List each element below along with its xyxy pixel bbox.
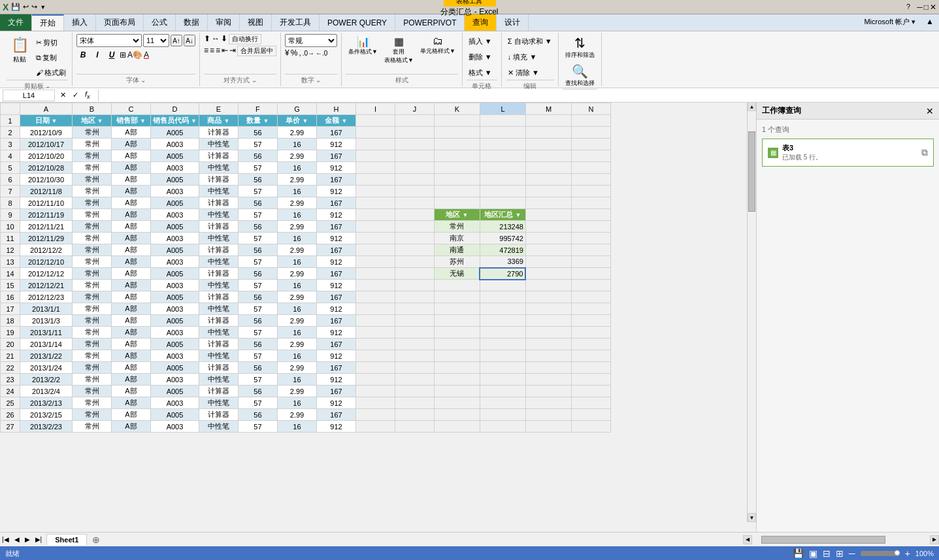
col-header-I[interactable]: I bbox=[355, 103, 395, 115]
maximize-btn[interactable]: □ bbox=[924, 3, 929, 12]
ribbon-collapse[interactable]: ▲ bbox=[921, 14, 939, 31]
query-copy-btn[interactable]: ⧉ bbox=[921, 147, 928, 158]
cell-B2[interactable]: 常州 bbox=[73, 127, 112, 139]
cell-F2[interactable]: 56 bbox=[238, 127, 277, 139]
sheet-hscroll-right[interactable]: ▶ bbox=[930, 535, 939, 544]
query-item[interactable]: ▦ 表3 已加载 5 行。 ⧉ bbox=[762, 139, 934, 167]
cell-A1[interactable]: 日期 ▼ bbox=[20, 115, 73, 127]
cell-G1[interactable]: 单价 ▼ bbox=[277, 115, 316, 127]
sheet-scroll-first[interactable]: |◀ bbox=[0, 536, 11, 543]
tab-review[interactable]: 审阅 bbox=[208, 14, 240, 31]
format-painter-btn[interactable]: 🖌格式刷 bbox=[34, 65, 68, 80]
font-family-select[interactable]: 宋体 bbox=[76, 34, 142, 47]
tab-pagelayout[interactable]: 页面布局 bbox=[96, 14, 144, 31]
align-right-btn[interactable]: ≡ bbox=[216, 46, 220, 56]
number-format-select[interactable]: 常规 bbox=[285, 34, 337, 47]
add-sheet-btn[interactable]: ⊕ bbox=[87, 533, 105, 546]
col-header-L[interactable]: L bbox=[480, 103, 525, 115]
tab-data[interactable]: 数据 bbox=[176, 14, 208, 31]
col-header-F[interactable]: F bbox=[238, 103, 277, 115]
sheet-tab-sheet1[interactable]: Sheet1 bbox=[46, 534, 87, 545]
quick-access-redo[interactable]: ↪ bbox=[31, 3, 37, 11]
conditional-format-btn[interactable]: 📊 条件格式▼ bbox=[346, 34, 380, 58]
cell-K1[interactable] bbox=[434, 115, 480, 127]
format-as-table-btn[interactable]: ▦ 套用表格格式▼ bbox=[382, 34, 416, 66]
font-size-select[interactable]: 11 bbox=[143, 34, 169, 47]
cell-D1[interactable]: 销售员代码 ▼ bbox=[151, 115, 199, 127]
col-header-H[interactable]: H bbox=[316, 103, 355, 115]
cell-C2[interactable]: A部 bbox=[112, 127, 151, 139]
quick-access-more[interactable]: ▼ bbox=[40, 4, 46, 10]
summary-region-1[interactable]: 常州 bbox=[434, 221, 480, 233]
name-box[interactable] bbox=[3, 90, 55, 101]
sheet-hscroll-track[interactable] bbox=[752, 535, 930, 544]
cell-J1[interactable] bbox=[395, 115, 434, 127]
col-header-M[interactable]: M bbox=[525, 103, 571, 115]
quick-access-save[interactable]: 💾 bbox=[11, 3, 20, 11]
cell-E1[interactable]: 商品 ▼ bbox=[199, 115, 238, 127]
col-header-E[interactable]: E bbox=[199, 103, 238, 115]
col-header-A[interactable]: A bbox=[20, 103, 73, 115]
zoom-in-btn[interactable]: + bbox=[905, 548, 910, 559]
tab-home[interactable]: 开始 bbox=[32, 14, 64, 31]
tab-formula[interactable]: 公式 bbox=[144, 14, 176, 31]
align-left-btn[interactable]: ≡ bbox=[204, 46, 208, 56]
summary-total-2[interactable]: 995742 bbox=[480, 233, 525, 244]
sheet-hscroll-thumb[interactable] bbox=[761, 536, 885, 544]
delete-btn[interactable]: 删除 ▼ bbox=[467, 50, 494, 64]
align-bottom-btn[interactable]: ⬇ bbox=[221, 34, 227, 44]
fill-color-btn[interactable]: A🎨 bbox=[127, 50, 142, 59]
vscroll-track[interactable] bbox=[748, 111, 756, 513]
col-header-J[interactable]: J bbox=[395, 103, 434, 115]
col-header-D[interactable]: D bbox=[151, 103, 199, 115]
decrease-decimal-btn[interactable]: ←.0 bbox=[316, 50, 327, 57]
align-top-btn[interactable]: ⬆ bbox=[204, 34, 210, 44]
cell-A2[interactable]: 2012/10/9 bbox=[20, 127, 73, 139]
close-btn[interactable]: ✕ bbox=[930, 3, 936, 12]
summary-total-3[interactable]: 472819 bbox=[480, 244, 525, 256]
format-btn[interactable]: 格式 ▼ bbox=[467, 65, 494, 80]
percent-btn[interactable]: % bbox=[291, 48, 298, 58]
zoom-out-btn[interactable]: ─ bbox=[849, 548, 855, 559]
increase-indent-btn[interactable]: ⇥ bbox=[229, 46, 236, 56]
summary-region-5[interactable]: 无锡 bbox=[434, 268, 480, 280]
tab-devtools[interactable]: 开发工具 bbox=[272, 14, 320, 31]
side-panel-close-btn[interactable]: ✕ bbox=[926, 106, 934, 116]
cell-H2[interactable]: 167 bbox=[316, 127, 355, 139]
vscroll-down-btn[interactable]: ▼ bbox=[748, 513, 756, 522]
cell-N1[interactable] bbox=[571, 115, 610, 127]
col-header-C[interactable]: C bbox=[112, 103, 151, 115]
status-save-icon[interactable]: 💾 bbox=[793, 548, 804, 559]
formula-insert-btn[interactable]: fx bbox=[82, 90, 93, 100]
col-header-G[interactable]: G bbox=[277, 103, 316, 115]
decrease-indent-btn[interactable]: ⇤ bbox=[222, 46, 228, 56]
quick-access-undo[interactable]: ↩ bbox=[23, 3, 29, 11]
comma-btn[interactable]: , bbox=[299, 48, 301, 58]
align-center-btn[interactable]: ≡ bbox=[210, 46, 214, 56]
wrap-text-btn[interactable]: 自动换行 bbox=[229, 34, 261, 44]
sheet-hscroll-left[interactable]: ◀ bbox=[743, 535, 752, 544]
merge-cells-btn[interactable]: 合并后居中 bbox=[237, 46, 276, 56]
border-btn[interactable]: ⊞ bbox=[120, 50, 126, 59]
fill-btn[interactable]: ↓ 填充 ▼ bbox=[506, 50, 554, 64]
help-icon[interactable]: ? bbox=[906, 3, 910, 12]
summary-total-1[interactable]: 213248 bbox=[480, 221, 525, 233]
formula-input[interactable] bbox=[104, 91, 936, 99]
summary-header-region[interactable]: 地区 ▼ bbox=[434, 209, 480, 221]
sheet-hscroll[interactable]: ◀ ▶ bbox=[743, 535, 939, 544]
zoom-slider[interactable] bbox=[861, 551, 900, 556]
view-normal-icon[interactable]: ▣ bbox=[809, 548, 817, 559]
view-pagelayout-icon[interactable]: ⊟ bbox=[823, 548, 831, 559]
formula-func-btn[interactable]: ✕ bbox=[58, 91, 69, 99]
sheet-scroll-next[interactable]: ▶ bbox=[23, 536, 32, 543]
cell-F1[interactable]: 数量 ▼ bbox=[238, 115, 277, 127]
align-middle-btn[interactable]: ↔ bbox=[212, 34, 220, 44]
tab-insert[interactable]: 插入 bbox=[64, 14, 96, 31]
copy-btn[interactable]: ⧉复制 bbox=[34, 50, 68, 65]
bold-btn[interactable]: B bbox=[76, 48, 90, 61]
vertical-scrollbar[interactable]: ▲ ▼ bbox=[747, 102, 756, 522]
tab-view[interactable]: 视图 bbox=[240, 14, 272, 31]
col-header-K[interactable]: K bbox=[434, 103, 480, 115]
cell-styles-btn[interactable]: 🗂 单元格样式▼ bbox=[418, 34, 458, 57]
view-pagebreak-icon[interactable]: ⊞ bbox=[836, 548, 844, 559]
